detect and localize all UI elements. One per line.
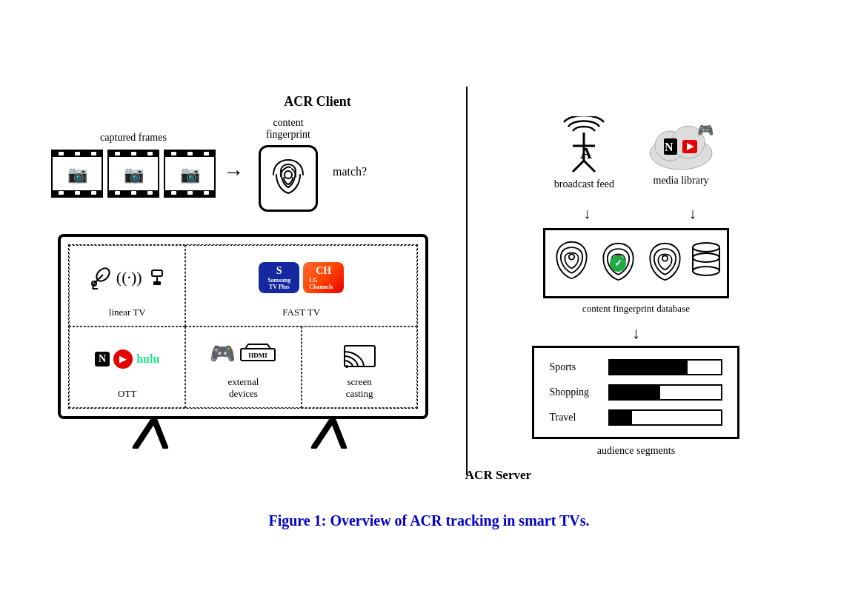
- camera-icon-3: 📷: [180, 165, 200, 184]
- film-strip-3: 📷: [164, 150, 216, 198]
- fp-box-container: ✓: [543, 228, 729, 298]
- tv-cell-linear: ((·)) linear TV: [69, 245, 185, 327]
- svg-text:🎮: 🎮: [697, 122, 714, 138]
- svg-point-0: [285, 171, 292, 178]
- figure-caption: Figure 1: Overview of ACR tracking in sm…: [36, 512, 822, 529]
- tv-cell-icons-ott: N ▶ hulu: [95, 335, 159, 384]
- linear-tv-label: linear TV: [109, 307, 146, 318]
- travel-label: Travel: [549, 412, 601, 424]
- screen-casting-label: screencasting: [346, 376, 373, 400]
- fingerprint-db-3: [645, 238, 685, 289]
- cast-icon: [343, 338, 376, 368]
- svg-line-21: [584, 161, 595, 172]
- camera-icon-2: 📷: [124, 165, 144, 184]
- audience-segments-label: audience segments: [597, 445, 675, 457]
- diagram-area: ACR Client captured frames 📷: [36, 87, 822, 490]
- shopping-label: Shopping: [549, 386, 601, 398]
- fp-database-row: ✓: [543, 228, 729, 298]
- media-library-label: media library: [654, 175, 709, 187]
- satellite-icon: [87, 265, 113, 291]
- svg-text:N: N: [665, 141, 674, 153]
- film-strip-1: 📷: [51, 150, 103, 198]
- segment-row-sports: Sports: [549, 359, 722, 375]
- tv-cell-icons-fast: S Samsung TV Plus CH LG Channels: [259, 253, 344, 302]
- sports-label: Sports: [549, 361, 601, 373]
- arrow-to-fingerprint: →: [223, 160, 244, 184]
- tv-cell-ott: N ▶ hulu OTT: [69, 327, 185, 408]
- shopping-bar: [608, 384, 722, 401]
- arrow-down-media: ↓: [689, 205, 696, 222]
- samsung-s-icon: S: [276, 265, 282, 277]
- cloud-icon: N 🎮: [644, 116, 718, 172]
- youtube-icon: ▶: [113, 349, 133, 369]
- segment-row-travel: Travel: [549, 409, 722, 426]
- sports-bar: [608, 359, 722, 375]
- media-library-cloud: N 🎮: [644, 116, 718, 172]
- top-sources: A broadcast feed N: [554, 116, 718, 190]
- tv-cell-icons-casting: [343, 335, 376, 372]
- captured-frames-label: captured frames: [100, 132, 167, 144]
- svg-line-15: [154, 419, 165, 447]
- svg-point-33: [662, 255, 668, 261]
- svg-rect-6: [152, 270, 162, 276]
- svg-line-17: [333, 419, 344, 447]
- svg-line-2: [94, 275, 103, 284]
- svg-text:HDMI: HDMI: [249, 352, 268, 359]
- lg-channels-icon: CH LG Channels: [303, 262, 344, 293]
- database-icon: [691, 240, 721, 287]
- fast-tv-label: FAST TV: [282, 307, 320, 318]
- content-fingerprint-label: contentfingerprint: [266, 117, 310, 141]
- svg-point-34: [693, 243, 719, 252]
- shopping-bar-fill: [610, 386, 660, 399]
- tv-grid: ((·)) linear TV: [68, 244, 418, 409]
- arrow-to-segments: ↓: [632, 324, 640, 343]
- right-side: A broadcast feed N: [450, 87, 822, 490]
- left-side: ACR Client captured frames 📷: [36, 87, 450, 490]
- match-checkmark: ✓: [610, 255, 626, 272]
- camera-icon-1: 📷: [67, 165, 87, 184]
- tv-cell-icons-external: 🎮 HDMI: [210, 335, 276, 372]
- match-label: match?: [333, 165, 367, 178]
- media-library-item: N 🎮 media library: [644, 116, 718, 190]
- main-container: ACR Client captured frames 📷: [21, 72, 837, 544]
- sports-bar-fill: [610, 361, 688, 374]
- svg-line-14: [136, 419, 154, 447]
- tv-cell-external: 🎮 HDMI externaldevices: [185, 327, 302, 408]
- segment-row-shopping: Shopping: [549, 384, 722, 401]
- film-strip-2: 📷: [107, 150, 159, 198]
- samsung-tv-plus-icon: S Samsung TV Plus: [259, 262, 299, 293]
- tv-leg-right: [307, 419, 359, 449]
- arrows-down: ↓ ↓: [532, 205, 739, 222]
- tv-cell-fast: S Samsung TV Plus CH LG Channels: [185, 245, 417, 327]
- fingerprint-db-1: [551, 236, 592, 290]
- fp-db-label: content fingerprint database: [582, 303, 690, 315]
- svg-point-38: [693, 253, 719, 262]
- acr-client-label: ACR Client: [284, 94, 351, 110]
- travel-bar-fill: [610, 411, 632, 424]
- broadcast-feed-label: broadcast feed: [554, 178, 614, 190]
- cable-icon: [146, 267, 168, 289]
- svg-line-16: [314, 419, 333, 447]
- netflix-icon: N: [95, 352, 110, 366]
- broadcast-antenna-icon: A: [558, 116, 610, 175]
- svg-marker-10: [245, 344, 270, 349]
- fingerprint-box: contentfingerprint: [259, 117, 318, 212]
- broadcast-feed-item: A broadcast feed: [554, 116, 614, 190]
- vertical-divider: [466, 87, 468, 475]
- svg-text:A: A: [580, 144, 592, 162]
- captured-frames-area: captured frames 📷: [51, 132, 216, 198]
- tv-cell-icons-linear: ((·)): [87, 253, 168, 302]
- fingerprint-icon: [259, 145, 318, 212]
- top-section: captured frames 📷: [51, 117, 436, 212]
- svg-point-39: [693, 267, 719, 275]
- signal-icon: ((·)): [116, 268, 142, 287]
- tv-stand: [128, 419, 359, 449]
- svg-point-13: [345, 365, 348, 368]
- tv-box: ((·)) linear TV: [58, 234, 428, 419]
- film-strips: 📷 📷: [51, 150, 216, 198]
- travel-bar: [608, 409, 722, 426]
- svg-point-31: [569, 254, 574, 259]
- acr-server-label: ACR Server: [465, 468, 531, 483]
- svg-line-20: [573, 161, 584, 172]
- svg-rect-8: [153, 281, 161, 285]
